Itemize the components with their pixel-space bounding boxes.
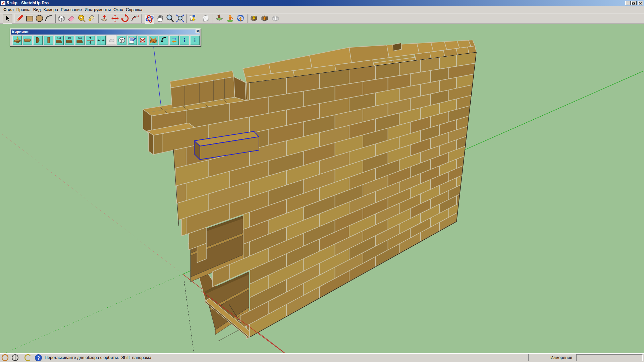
svg-text:1/4: 1/4 (57, 37, 61, 40)
svg-text:i: i (184, 38, 185, 43)
svg-text:3/4: 3/4 (78, 37, 82, 40)
svg-text:i: i (194, 38, 196, 43)
svg-text:?: ? (37, 355, 40, 361)
svg-text:1/2: 1/2 (67, 37, 71, 40)
